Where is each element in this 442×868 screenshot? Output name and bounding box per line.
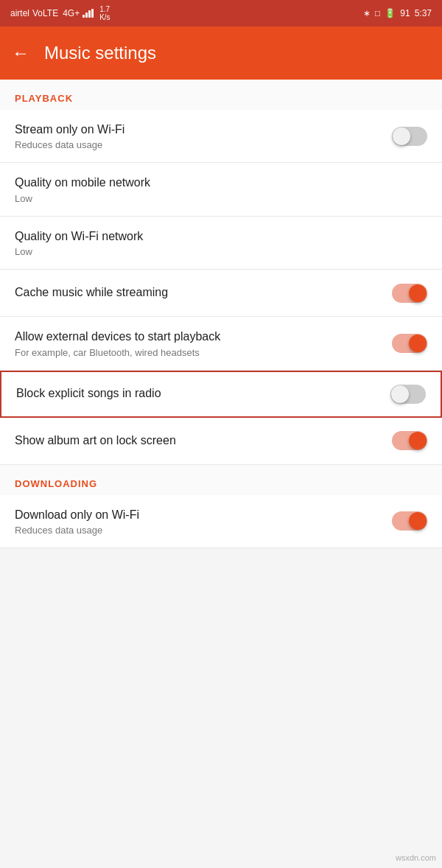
setting-item-stream-wifi[interactable]: Stream only on Wi-FiReduces data usage bbox=[0, 110, 442, 163]
back-button[interactable]: ← bbox=[12, 43, 29, 63]
toggle-thumb-show-album-art bbox=[409, 432, 427, 449]
setting-text-cache-music: Cache music while streaming bbox=[15, 284, 392, 301]
setting-text-quality-wifi: Quality on Wi-Fi networkLow bbox=[15, 228, 427, 257]
setting-title-allow-external: Allow external devices to start playback bbox=[15, 329, 380, 345]
network-speed-label: 1.7K/s bbox=[99, 5, 110, 21]
setting-item-download-wifi[interactable]: Download only on Wi-FiReduces data usage bbox=[0, 495, 442, 548]
section-header-downloading: DOWNLOADING bbox=[0, 465, 442, 495]
toggle-track-download-wifi bbox=[392, 511, 427, 531]
toggle-thumb-download-wifi bbox=[409, 512, 427, 530]
battery-icon: 🔋 bbox=[385, 8, 396, 18]
toggle-thumb-stream-wifi bbox=[393, 127, 410, 145]
toggle-download-wifi[interactable] bbox=[392, 511, 427, 531]
setting-title-download-wifi: Download only on Wi-Fi bbox=[15, 507, 380, 523]
status-left: airtel VoLTE 4G+ 1.7K/s bbox=[10, 5, 110, 21]
setting-title-quality-wifi: Quality on Wi-Fi network bbox=[15, 228, 415, 245]
app-bar-title: Music settings bbox=[44, 43, 156, 63]
toggle-track-allow-external bbox=[392, 334, 427, 353]
carrier-label: airtel bbox=[10, 8, 29, 18]
setting-title-stream-wifi: Stream only on Wi-Fi bbox=[15, 122, 380, 138]
setting-title-cache-music: Cache music while streaming bbox=[15, 284, 380, 301]
setting-item-block-explicit[interactable]: Block explicit songs in radio bbox=[0, 371, 442, 418]
setting-title-quality-mobile: Quality on mobile network bbox=[15, 175, 415, 191]
toggle-show-album-art[interactable] bbox=[392, 431, 427, 450]
toggle-stream-wifi[interactable] bbox=[392, 127, 427, 146]
section-header-playback: PLAYBACK bbox=[0, 80, 442, 110]
bluetooth-icon: ∗ bbox=[363, 8, 371, 18]
toggle-thumb-cache-music bbox=[409, 284, 427, 302]
setting-subtitle-allow-external: For example, car Bluetooth, wired headse… bbox=[15, 347, 380, 358]
setting-item-allow-external[interactable]: Allow external devices to start playback… bbox=[0, 317, 442, 370]
battery-level: 91 bbox=[400, 8, 410, 18]
toggle-track-cache-music bbox=[392, 284, 427, 303]
setting-subtitle-quality-wifi: Low bbox=[15, 246, 415, 257]
setting-text-show-album-art: Show album art on lock screen bbox=[15, 433, 392, 449]
toggle-track-stream-wifi bbox=[392, 127, 427, 146]
time-label: 5:37 bbox=[415, 8, 432, 18]
setting-subtitle-download-wifi: Reduces data usage bbox=[15, 525, 380, 536]
setting-subtitle-stream-wifi: Reduces data usage bbox=[15, 139, 380, 150]
setting-text-allow-external: Allow external devices to start playback… bbox=[15, 329, 392, 357]
setting-text-stream-wifi: Stream only on Wi-FiReduces data usage bbox=[15, 122, 392, 150]
watermark: wsxdn.com bbox=[396, 853, 436, 862]
status-right: ∗ □ 🔋 91 5:37 bbox=[363, 8, 432, 18]
app-bar: ← Music settings bbox=[0, 27, 442, 80]
network-gen-label: 4G+ bbox=[63, 8, 80, 18]
setting-title-show-album-art: Show album art on lock screen bbox=[15, 433, 380, 449]
settings-content: PLAYBACKStream only on Wi-FiReduces data… bbox=[0, 80, 442, 548]
toggle-block-explicit[interactable] bbox=[390, 385, 426, 404]
toggle-track-block-explicit bbox=[390, 385, 426, 404]
setting-text-download-wifi: Download only on Wi-FiReduces data usage bbox=[15, 507, 392, 536]
toggle-thumb-allow-external bbox=[409, 335, 427, 352]
toggle-thumb-block-explicit bbox=[391, 385, 409, 403]
setting-text-block-explicit: Block explicit songs in radio bbox=[16, 385, 390, 402]
setting-text-quality-mobile: Quality on mobile networkLow bbox=[15, 175, 427, 203]
toggle-allow-external[interactable] bbox=[392, 334, 427, 353]
setting-subtitle-quality-mobile: Low bbox=[15, 193, 415, 204]
network-type-label: VoLTE bbox=[32, 8, 58, 18]
status-bar: airtel VoLTE 4G+ 1.7K/s ∗ □ 🔋 91 5:37 bbox=[0, 0, 442, 27]
setting-item-quality-wifi[interactable]: Quality on Wi-Fi networkLow bbox=[0, 217, 442, 270]
toggle-track-show-album-art bbox=[392, 431, 427, 450]
signal-bars-icon bbox=[83, 9, 94, 18]
setting-title-block-explicit: Block explicit songs in radio bbox=[16, 385, 379, 402]
setting-item-quality-mobile[interactable]: Quality on mobile networkLow bbox=[0, 163, 442, 216]
vibrate-icon: □ bbox=[375, 8, 380, 18]
setting-item-show-album-art[interactable]: Show album art on lock screen bbox=[0, 418, 442, 465]
setting-item-cache-music[interactable]: Cache music while streaming bbox=[0, 270, 442, 317]
toggle-cache-music[interactable] bbox=[392, 284, 427, 303]
